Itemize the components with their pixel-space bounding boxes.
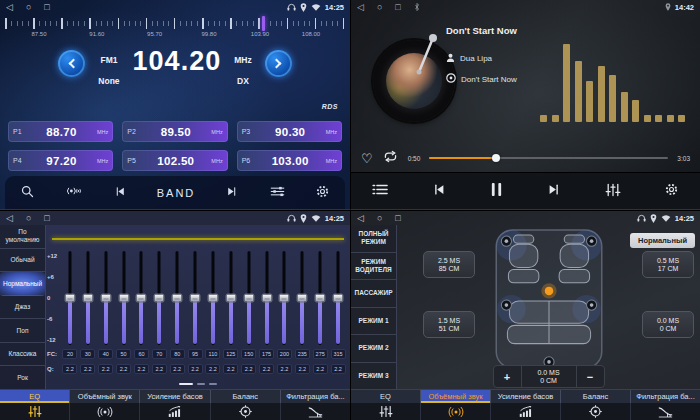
audio-tab[interactable]: EQ <box>351 390 421 403</box>
eq-band-slider[interactable] <box>204 251 222 345</box>
slider-knob[interactable] <box>333 294 344 303</box>
listening-mode-item[interactable]: РЕЖИМ ВОДИТЕЛЯ <box>351 253 396 281</box>
filter-tab-icon[interactable] <box>281 403 350 420</box>
previous-track-button[interactable] <box>431 182 447 200</box>
preset-button[interactable]: P1 88.70 MHz <box>8 121 113 142</box>
nav-back-icon[interactable]: ◁ <box>357 0 364 14</box>
next-track-button[interactable] <box>546 182 562 200</box>
progress-knob[interactable] <box>492 154 500 162</box>
eq-band-slider[interactable] <box>222 251 240 345</box>
slider-knob[interactable] <box>172 294 183 303</box>
eq-band-slider[interactable] <box>276 251 294 345</box>
seek-previous-button[interactable] <box>113 185 127 201</box>
eq-band-slider[interactable] <box>150 251 168 345</box>
audio-tab[interactable]: Баланс <box>211 390 281 403</box>
slider-knob[interactable] <box>207 294 218 303</box>
surround-tab-icon[interactable] <box>421 403 491 420</box>
eq-tab-icon[interactable] <box>351 403 421 420</box>
slider-knob[interactable] <box>243 294 254 303</box>
dx-mode-label[interactable]: DX <box>237 76 249 86</box>
audio-tab[interactable]: Фильтрация ба... <box>281 390 350 403</box>
slider-knob[interactable] <box>118 294 129 303</box>
nav-back-icon[interactable]: ◁ <box>357 211 364 225</box>
slider-knob[interactable] <box>279 294 290 303</box>
surround-tab-icon[interactable] <box>70 403 140 420</box>
eq-band-slider[interactable] <box>97 251 115 345</box>
bass-boost-tab-icon[interactable] <box>140 403 210 420</box>
band-button[interactable]: BAND <box>157 187 196 199</box>
eq-preset-item[interactable]: Обычай <box>0 249 45 273</box>
eq-preset-item[interactable]: По умолчанию <box>0 225 45 249</box>
nav-home-icon[interactable]: ○ <box>377 211 382 225</box>
slider-knob[interactable] <box>297 294 308 303</box>
preset-button[interactable]: P4 97.20 MHz <box>8 150 113 171</box>
settings-button[interactable] <box>664 182 679 200</box>
audio-tab[interactable]: Усиление басов <box>491 390 561 403</box>
balance-tab-icon[interactable] <box>211 403 281 420</box>
favorite-button[interactable]: ♡ <box>361 152 373 165</box>
front-left-delay-button[interactable]: 2.5 MS 85 CM <box>423 251 475 278</box>
listening-mode-item[interactable]: РЕЖИМ 2 <box>351 335 396 363</box>
slider-knob[interactable] <box>136 294 147 303</box>
equalizer-button[interactable] <box>270 185 285 201</box>
eq-band-slider[interactable] <box>115 251 133 345</box>
nav-recents-icon[interactable]: □ <box>44 0 49 14</box>
audio-tab[interactable]: Объёмный звук <box>70 390 140 403</box>
audio-tab[interactable]: Баланс <box>561 390 631 403</box>
repeat-button[interactable] <box>382 149 399 167</box>
slider-knob[interactable] <box>100 294 111 303</box>
eq-band-slider[interactable] <box>258 251 276 345</box>
front-right-delay-button[interactable]: 0.5 MS 17 CM <box>642 251 694 278</box>
rear-right-delay-button[interactable]: 0.0 MS 0 CM <box>642 311 694 338</box>
listening-mode-item[interactable]: ПОЛНЫЙ РЕЖИМ <box>351 225 396 253</box>
eq-band-slider[interactable] <box>186 251 204 345</box>
eq-band-slider[interactable] <box>293 251 311 345</box>
eq-preset-item[interactable]: Нормальный <box>0 272 45 296</box>
slider-knob[interactable] <box>82 294 93 303</box>
tune-up-button[interactable] <box>265 50 292 77</box>
bass-boost-tab-icon[interactable] <box>491 403 561 420</box>
nav-back-icon[interactable]: ◁ <box>6 0 13 14</box>
search-button[interactable] <box>20 184 35 202</box>
delay-decrease-button[interactable]: − <box>577 366 604 387</box>
preset-button[interactable]: P2 89.50 MHz <box>122 121 227 142</box>
eq-band-slider[interactable] <box>79 251 97 345</box>
tune-down-button[interactable] <box>58 50 85 77</box>
nav-home-icon[interactable]: ○ <box>377 0 382 14</box>
eq-preset-item[interactable]: Поп <box>0 319 45 343</box>
eq-band-slider[interactable] <box>240 251 258 345</box>
sound-preset-button[interactable]: Нормальный <box>630 233 695 248</box>
filter-tab-icon[interactable] <box>631 403 700 420</box>
slider-knob[interactable] <box>64 294 75 303</box>
nav-recents-icon[interactable]: □ <box>395 211 400 225</box>
balance-tab-icon[interactable] <box>561 403 631 420</box>
pause-button[interactable] <box>490 182 503 200</box>
slider-knob[interactable] <box>190 294 201 303</box>
eq-band-slider[interactable] <box>168 251 186 345</box>
preset-button[interactable]: P3 90.30 MHz <box>237 121 342 142</box>
listening-mode-item[interactable]: РЕЖИМ 1 <box>351 308 396 336</box>
eq-preset-item[interactable]: Рок <box>0 366 45 389</box>
nav-home-icon[interactable]: ○ <box>26 0 31 14</box>
nav-recents-icon[interactable]: □ <box>395 0 400 14</box>
eq-band-slider[interactable] <box>311 251 329 345</box>
eq-band-slider[interactable] <box>133 251 151 345</box>
band-label[interactable]: FM1 <box>100 55 117 65</box>
listening-mode-item[interactable]: РЕЖИМ 3 <box>351 363 396 390</box>
broadcast-button[interactable] <box>65 184 82 201</box>
seek-next-button[interactable] <box>225 185 239 201</box>
eq-band-slider[interactable] <box>329 251 347 345</box>
playlist-button[interactable] <box>372 183 388 199</box>
eq-preset-item[interactable]: Классика <box>0 343 45 367</box>
eq-preset-item[interactable]: Джаз <box>0 296 45 320</box>
eq-tab-icon[interactable] <box>0 403 70 420</box>
progress-bar[interactable] <box>429 157 668 159</box>
settings-button[interactable] <box>315 184 330 202</box>
audio-tab[interactable]: Объёмный звук <box>421 390 491 403</box>
frequency-ruler[interactable] <box>5 17 345 30</box>
slider-knob[interactable] <box>261 294 272 303</box>
nav-recents-icon[interactable]: □ <box>44 211 49 225</box>
slider-knob[interactable] <box>154 294 165 303</box>
slider-knob[interactable] <box>315 294 326 303</box>
audio-tab[interactable]: EQ <box>0 390 70 403</box>
